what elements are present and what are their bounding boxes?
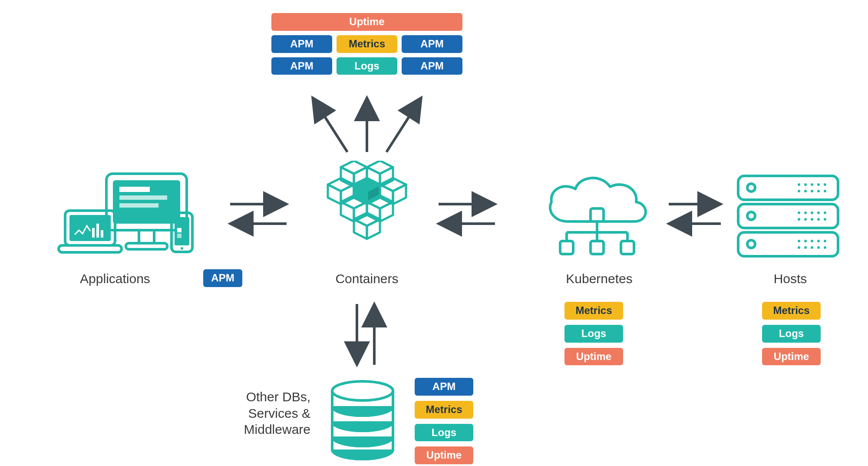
middleware-label-line: Middleware [215,421,310,438]
middleware-label-line: Other DBs, [215,389,310,405]
badge-uptime: Uptime [271,13,462,31]
middleware-label: Other DBs, Services & Middleware [215,389,310,438]
kubernetes-badges: Metrics Logs Uptime [564,302,623,365]
badge-metrics: Metrics [564,302,623,320]
badge-metrics: Metrics [337,35,397,53]
svg-line-82 [386,98,421,152]
badge-metrics: Metrics [762,302,821,320]
badge-uptime: Uptime [564,348,623,366]
containers-label: Containers [328,271,406,286]
badge-apm: APM [271,57,332,75]
badge-apm: APM [402,35,462,53]
badge-apm: APM [415,378,473,396]
badge-logs: Logs [762,325,821,343]
middleware-label-line: Services & [215,405,310,422]
badge-uptime: Uptime [415,446,473,464]
containers-top-badges: Uptime APM Metrics APM APM Logs APM [271,13,462,75]
svg-line-80 [313,98,347,152]
hosts-badges: Metrics Logs Uptime [762,302,821,365]
badge-apm: APM [402,57,462,75]
badge-logs: Logs [415,424,473,442]
badge-uptime: Uptime [762,348,821,366]
badge-logs: Logs [564,325,623,343]
badge-apm: APM [271,35,332,53]
badge-metrics: Metrics [415,401,473,419]
badge-logs: Logs [337,57,397,75]
hosts-label: Hosts [764,271,816,286]
middleware-badges: APM Metrics Logs Uptime [415,378,473,464]
kubernetes-label: Kubernetes [556,271,643,286]
applications-badge-apm: APM [203,269,242,287]
applications-label: Applications [72,271,158,286]
